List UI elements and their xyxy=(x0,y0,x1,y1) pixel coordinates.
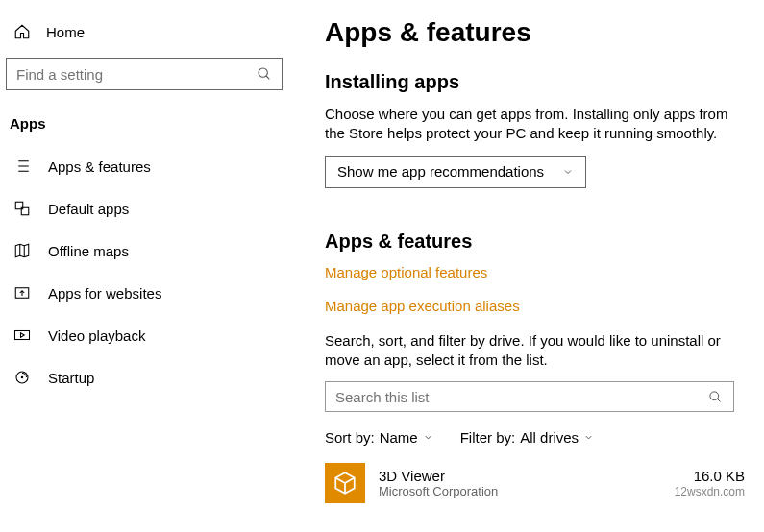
nav-label: Apps for websites xyxy=(48,285,161,302)
svg-rect-13 xyxy=(15,331,30,340)
apps-features-heading: Apps & features xyxy=(325,230,745,253)
home-icon xyxy=(13,23,31,40)
startup-icon xyxy=(13,369,31,386)
svg-point-15 xyxy=(21,376,23,378)
filter-label: Filter by: xyxy=(460,429,516,446)
app-icon xyxy=(325,463,365,503)
page-title: Apps & features xyxy=(325,17,745,48)
nav-default-apps[interactable]: Default apps xyxy=(0,187,288,230)
filter-value: All drives xyxy=(520,429,579,446)
app-date: 12wsxdn.com xyxy=(675,485,745,498)
open-icon xyxy=(13,284,31,302)
app-text: 3D Viewer Microsoft Corporation xyxy=(379,468,661,498)
nav-label: Offline maps xyxy=(48,243,129,259)
sort-label: Sort by: xyxy=(325,429,375,446)
home-button[interactable]: Home xyxy=(0,17,288,58)
nav-startup[interactable]: Startup xyxy=(0,356,288,399)
app-list-item[interactable]: 3D Viewer Microsoft Corporation 16.0 KB … xyxy=(325,463,745,503)
video-icon xyxy=(13,326,31,344)
sort-by-button[interactable]: Sort by: Name xyxy=(325,429,433,446)
nav-label: Startup xyxy=(48,370,94,386)
category-heading: Apps xyxy=(10,115,288,132)
nav-label: Default apps xyxy=(48,201,129,217)
chevron-down-icon xyxy=(583,432,594,443)
dropdown-value: Show me app recommendations xyxy=(337,163,544,180)
app-meta: 16.0 KB 12wsxdn.com xyxy=(675,468,745,498)
installing-description: Choose where you can get apps from. Inst… xyxy=(325,105,745,144)
search-input[interactable] xyxy=(6,58,283,90)
nav-label: Video playback xyxy=(48,327,145,344)
app-name: 3D Viewer xyxy=(379,468,661,484)
app-source-dropdown[interactable]: Show me app recommendations xyxy=(325,156,586,188)
search-input-field[interactable] xyxy=(16,66,256,83)
app-list-search-input[interactable] xyxy=(325,381,734,412)
nav-video-playback[interactable]: Video playback xyxy=(0,314,288,356)
app-size: 16.0 KB xyxy=(675,468,745,484)
manage-optional-link[interactable]: Manage optional features xyxy=(325,264,745,280)
nav-offline-maps[interactable]: Offline maps xyxy=(0,230,288,272)
chevron-down-icon xyxy=(423,432,433,443)
home-label: Home xyxy=(46,24,85,40)
search-icon xyxy=(707,388,724,405)
nav-apps-features[interactable]: Apps & features xyxy=(0,145,288,187)
search-icon xyxy=(256,65,272,83)
app-list-search-field[interactable] xyxy=(335,389,707,405)
svg-point-0 xyxy=(259,68,267,77)
chevron-down-icon xyxy=(562,166,574,178)
nav-apps-websites[interactable]: Apps for websites xyxy=(0,272,288,314)
filter-by-button[interactable]: Filter by: All drives xyxy=(460,429,594,446)
nav-list: Apps & features Default apps Offline map… xyxy=(0,145,288,399)
apps-features-description: Search, sort, and filter by drive. If yo… xyxy=(325,331,745,371)
nav-label: Apps & features xyxy=(48,158,151,175)
app-publisher: Microsoft Corporation xyxy=(379,484,661,498)
list-icon xyxy=(13,157,31,175)
sort-value: Name xyxy=(380,429,418,446)
map-icon xyxy=(13,242,31,259)
svg-line-1 xyxy=(266,76,269,79)
installing-heading: Installing apps xyxy=(325,71,745,93)
sort-filter-row: Sort by: Name Filter by: All drives xyxy=(325,429,745,446)
svg-point-16 xyxy=(710,391,719,399)
manage-aliases-link[interactable]: Manage app execution aliases xyxy=(325,298,745,314)
defaults-icon xyxy=(13,200,31,217)
main-content: Apps & features Installing apps Choose w… xyxy=(288,0,764,532)
sidebar: Home Apps Apps & features Default apps O… xyxy=(0,0,288,532)
svg-line-17 xyxy=(717,399,720,401)
